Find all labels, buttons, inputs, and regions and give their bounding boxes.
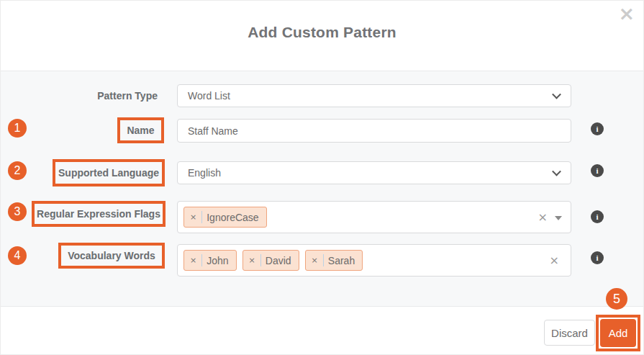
tag-divider xyxy=(260,254,261,266)
step-badge-1: 1 xyxy=(8,119,27,138)
page-title: Add Custom Pattern xyxy=(1,24,643,41)
pattern-type-value: Word List xyxy=(188,90,230,102)
tag-ignorecase: × IgnoreCase xyxy=(183,207,267,228)
caret-down-icon[interactable] xyxy=(555,216,562,220)
add-custom-pattern-modal: Add Custom Pattern × Pattern Type Word L… xyxy=(0,0,644,355)
regex-flags-label: Regular Expression Flags xyxy=(32,201,165,227)
remove-tag-icon[interactable]: × xyxy=(190,256,196,265)
remove-tag-icon[interactable]: × xyxy=(190,212,196,222)
step-badge-3: 3 xyxy=(8,202,27,221)
supported-language-label: Supported Language xyxy=(53,159,165,187)
info-icon[interactable]: i xyxy=(591,122,604,135)
tag-label: IgnoreCase xyxy=(207,212,258,223)
tag-divider xyxy=(323,254,324,266)
pattern-type-label: Pattern Type xyxy=(1,84,158,107)
info-icon[interactable]: i xyxy=(591,210,604,223)
info-icon[interactable]: i xyxy=(591,251,604,264)
discard-button[interactable]: Discard xyxy=(544,320,595,346)
info-icon[interactable]: i xyxy=(591,164,604,177)
add-button[interactable]: Add xyxy=(600,319,636,347)
tag-divider xyxy=(201,211,202,223)
step-badge-5: 5 xyxy=(606,288,627,310)
pattern-type-select[interactable]: Word List xyxy=(177,84,571,107)
modal-footer: Discard Add xyxy=(1,307,644,355)
clear-all-icon[interactable]: × xyxy=(538,202,548,233)
chevron-down-icon xyxy=(552,90,561,99)
name-label: Name xyxy=(117,117,164,143)
remove-tag-icon[interactable]: × xyxy=(312,256,318,265)
add-button-highlight-box: Add xyxy=(596,315,640,351)
close-icon[interactable]: × xyxy=(618,2,635,25)
form-section: Pattern Type Word List 1 Name Staff Name… xyxy=(1,71,644,307)
tag-david: × David xyxy=(242,250,299,271)
vocabulary-words-label: Vocabulary Words xyxy=(58,243,165,269)
supported-language-value: English xyxy=(188,167,221,179)
tag-label: David xyxy=(266,255,291,266)
vocabulary-words-multiselect[interactable]: × John × David × Sarah × xyxy=(177,244,571,277)
step-badge-4: 4 xyxy=(8,246,27,265)
name-input[interactable]: Staff Name xyxy=(177,119,571,143)
remove-tag-icon[interactable]: × xyxy=(249,256,255,265)
name-value: Staff Name xyxy=(188,125,238,137)
step-badge-2: 2 xyxy=(8,161,27,180)
regex-flags-multiselect[interactable]: × IgnoreCase × xyxy=(177,201,571,233)
clear-all-icon[interactable]: × xyxy=(550,245,559,276)
chevron-down-icon xyxy=(552,167,561,176)
tag-sarah: × Sarah xyxy=(305,250,363,271)
tag-john: × John xyxy=(183,250,237,271)
tag-label: Sarah xyxy=(328,255,355,266)
tag-label: John xyxy=(207,255,228,266)
supported-language-select[interactable]: English xyxy=(177,161,571,184)
tag-list: × IgnoreCase xyxy=(183,207,267,228)
tag-list: × John × David × Sarah xyxy=(183,250,363,271)
tag-divider xyxy=(201,254,202,266)
